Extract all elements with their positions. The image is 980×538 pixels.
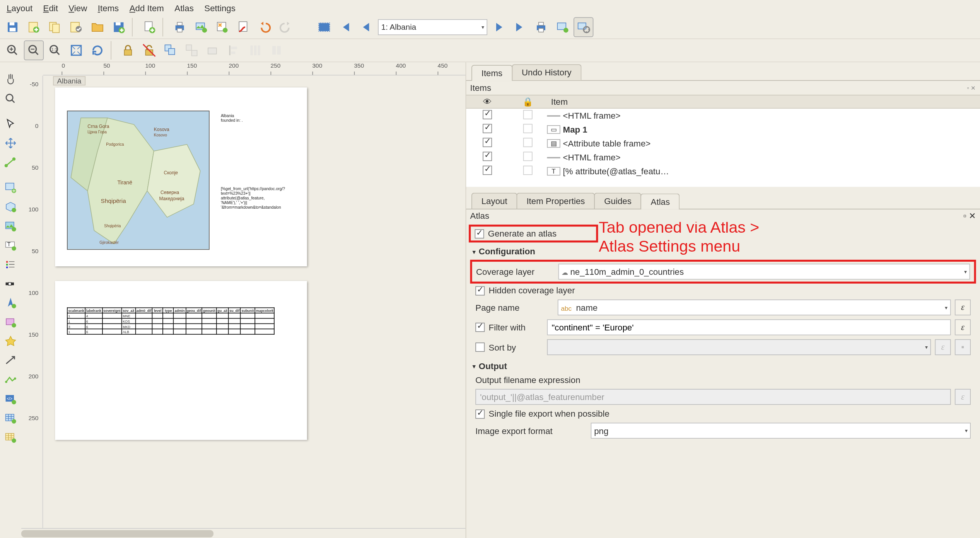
zoom-tool-icon[interactable] [1, 89, 20, 108]
layout-page-1[interactable]: Albania Crna Gora Црна Гора Kosova [55, 87, 307, 266]
atlas-last-icon[interactable] [510, 17, 529, 37]
export-image-icon[interactable] [191, 17, 211, 37]
menu-settings[interactable]: Settings [199, 2, 241, 14]
sort-by-checkbox[interactable] [475, 342, 485, 352]
menu-add-item[interactable]: Add Item [124, 2, 169, 14]
zoom-full-icon[interactable] [66, 41, 86, 60]
atlas-first-icon[interactable] [336, 17, 355, 37]
atlas-panel-opts-icon[interactable]: ▫ ✕ [963, 211, 976, 221]
group-icon[interactable] [160, 41, 180, 60]
add-scalebar-icon[interactable] [1, 274, 20, 293]
add-legend-icon[interactable] [1, 255, 20, 274]
item-visible-checkbox[interactable] [483, 152, 492, 161]
add-shape-icon[interactable] [1, 313, 20, 331]
add-picture-icon[interactable] [1, 217, 20, 235]
tab-items[interactable]: Items [471, 65, 512, 81]
zoom-in-icon[interactable] [3, 41, 22, 60]
atlas-prev-icon[interactable] [357, 17, 376, 37]
filter-with-input[interactable] [547, 319, 951, 335]
layout-page-2[interactable]: scaleranklabelranksovereigntsov_a3adm0_d… [55, 281, 307, 440]
page-name-expression-button[interactable]: ε [955, 300, 971, 315]
item-lock-checkbox[interactable] [523, 110, 533, 119]
canvas-hscrollbar[interactable] [21, 528, 466, 538]
item-visible-checkbox[interactable] [483, 138, 492, 147]
single-file-export-checkbox[interactable] [475, 409, 485, 419]
page-name-combo[interactable]: abc name ▾ [558, 300, 951, 315]
unlock-icon[interactable] [139, 41, 159, 60]
filter-expression-button[interactable]: ε [955, 319, 971, 335]
redo-icon[interactable] [276, 17, 295, 37]
item-visible-checkbox[interactable] [483, 124, 492, 133]
zoom-actual-icon[interactable]: 1:1 [45, 41, 65, 60]
item-lock-checkbox[interactable] [523, 138, 533, 147]
section-output[interactable]: Output [479, 361, 507, 371]
generate-atlas-checkbox[interactable] [475, 229, 484, 238]
list-item[interactable]: <HTML frame> [466, 150, 980, 164]
pan-tool-icon[interactable] [1, 70, 20, 89]
add-table-icon[interactable] [1, 409, 20, 427]
add-pages-icon[interactable] [139, 17, 159, 37]
print-icon[interactable] [170, 17, 190, 37]
tab-undo-history[interactable]: Undo History [512, 64, 581, 80]
menu-layout[interactable]: Layout [1, 2, 38, 14]
item-lock-checkbox[interactable] [523, 124, 533, 133]
open-folder-icon[interactable] [87, 17, 107, 37]
add-north-arrow-icon[interactable] [1, 293, 20, 312]
attribute-table-item[interactable]: scaleranklabelranksovereigntsov_a3adm0_d… [67, 307, 275, 334]
list-item[interactable]: <HTML frame> [466, 109, 980, 123]
add-map-icon[interactable] [1, 178, 20, 197]
list-item[interactable]: ▤<Attribute table frame> [466, 136, 980, 150]
add-html-icon[interactable]: </> [1, 390, 20, 408]
add-label-icon[interactable]: T [1, 236, 20, 254]
atlas-next-icon[interactable] [489, 17, 509, 37]
atlas-preview-icon[interactable] [314, 17, 334, 37]
canvas-viewport[interactable]: Albania Crna Gora Црна Гора Kosova [43, 75, 465, 528]
add-arrow-icon[interactable] [1, 351, 20, 370]
raise-icon[interactable] [203, 41, 223, 60]
align-left-icon[interactable] [224, 41, 244, 60]
map-item[interactable]: Crna Gora Црна Гора Kosova Kosovo Tiranë… [67, 111, 210, 250]
text-item-2[interactable]: [%get_from_url('https://pandoc.org/?text… [221, 187, 300, 209]
item-visible-checkbox[interactable] [483, 110, 492, 119]
add-marker-icon[interactable] [1, 332, 20, 351]
text-item-1[interactable]: Albania founded in: . [221, 114, 243, 123]
atlas-settings-icon[interactable] [574, 17, 593, 37]
distribute-icon[interactable] [245, 41, 265, 60]
section-configuration[interactable]: Configuration [479, 247, 535, 257]
atlas-print-icon[interactable] [531, 17, 551, 37]
layout-manager-icon[interactable] [66, 17, 86, 37]
atlas-feature-combo[interactable]: 1: Albania▾ [378, 19, 487, 35]
add-3dmap-icon[interactable] [1, 197, 20, 216]
filter-with-checkbox[interactable] [475, 323, 485, 332]
export-svg-icon[interactable] [212, 17, 232, 37]
select-tool-icon[interactable] [1, 115, 20, 133]
atlas-export-image-icon[interactable] [552, 17, 572, 37]
tab-layout[interactable]: Layout [471, 193, 517, 209]
refresh-icon[interactable] [87, 41, 107, 60]
menu-view[interactable]: View [63, 2, 92, 14]
item-lock-checkbox[interactable] [523, 166, 533, 175]
zoom-out-icon[interactable] [24, 41, 44, 60]
save-template-icon[interactable] [109, 17, 128, 37]
items-list[interactable]: <HTML frame>▭Map 1▤<Attribute table fram… [466, 109, 980, 187]
lock-icon[interactable] [118, 41, 138, 60]
resize-icon[interactable] [266, 41, 286, 60]
menu-atlas[interactable]: Atlas [169, 2, 199, 14]
tab-item-properties[interactable]: Item Properties [517, 193, 595, 209]
list-item[interactable]: ▭Map 1 [466, 123, 980, 136]
duplicate-layout-icon[interactable] [45, 17, 65, 37]
add-node-item-icon[interactable] [1, 370, 20, 389]
coverage-layer-combo[interactable]: ☁ne_110m_admin_0_countries ▾ [558, 264, 970, 279]
item-visible-checkbox[interactable] [483, 166, 492, 175]
tab-guides[interactable]: Guides [594, 193, 642, 209]
export-pdf-icon[interactable] [233, 17, 253, 37]
image-export-format-combo[interactable]: png ▾ [591, 423, 971, 439]
new-layout-icon[interactable] [24, 17, 44, 37]
move-content-icon[interactable] [1, 134, 20, 152]
add-fixed-table-icon[interactable] [1, 428, 20, 446]
save-icon[interactable] [3, 17, 22, 37]
items-panel-opts-icon[interactable]: ▫ ✕ [967, 85, 976, 91]
item-lock-checkbox[interactable] [523, 152, 533, 161]
list-item[interactable]: T[% attribute(@atlas_featu… [466, 164, 980, 178]
ungroup-icon[interactable] [182, 41, 201, 60]
